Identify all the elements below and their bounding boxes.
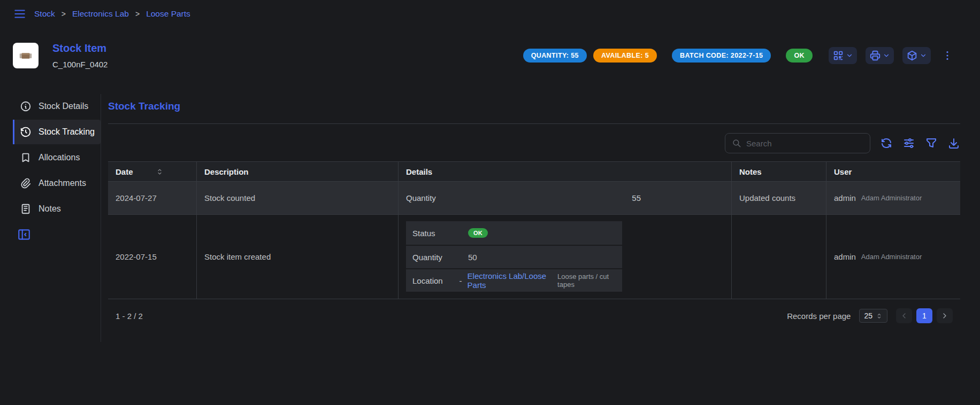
cell-details: Quantity 55 xyxy=(399,182,732,214)
page-size-select[interactable]: 25 xyxy=(859,309,887,323)
stock-item-page: { "topbar": { "separator": ">", "breadcr… xyxy=(0,0,980,405)
chevron-down-icon xyxy=(883,52,890,59)
table-toolbar xyxy=(108,133,960,154)
available-badge: AVAILABLE: 5 xyxy=(593,49,657,63)
sidebar-item-label: Attachments xyxy=(39,178,86,188)
refresh-button[interactable] xyxy=(880,137,893,150)
column-header-details[interactable]: Details xyxy=(399,162,732,181)
cell-user: admin Adam Administrator xyxy=(826,215,960,299)
sidebar-item-stock-tracking[interactable]: Stock Tracking xyxy=(13,120,101,144)
sidebar-item-label: Allocations xyxy=(39,153,80,162)
status-badges: QUANTITY: 55 AVAILABLE: 5 BATCH CODE: 20… xyxy=(523,49,813,63)
detail-value: 55 xyxy=(549,193,724,203)
sidebar-collapse-icon xyxy=(17,228,31,242)
table-header-row: Date Description Details Notes User xyxy=(108,161,960,182)
stock-tracking-table: Date Description Details Notes User 2024… xyxy=(108,161,960,332)
sidebar-item-notes[interactable]: Notes xyxy=(13,197,101,221)
barcode-actions-button[interactable] xyxy=(829,47,857,64)
dots-vertical-icon xyxy=(941,50,953,61)
detail-key: Quantity xyxy=(412,253,468,262)
column-header-notes[interactable]: Notes xyxy=(732,162,826,181)
chevron-down-icon xyxy=(920,52,927,59)
cell-date: 2022-07-15 xyxy=(108,215,197,299)
cell-details: Status OK Quantity 50 Location - Electro… xyxy=(399,215,732,299)
previous-page-button[interactable] xyxy=(896,308,912,323)
column-header-date[interactable]: Date xyxy=(108,162,197,181)
cell-description: Stock counted xyxy=(197,182,399,214)
breadcrumb: Stock > Electronics Lab > Loose Parts xyxy=(34,9,190,19)
sidebar-item-label: Stock Tracking xyxy=(39,127,95,137)
sidebar-divider xyxy=(101,94,101,342)
breadcrumb-loose-parts[interactable]: Loose Parts xyxy=(146,9,190,19)
page-header: Stock Item C_100nF_0402 QUANTITY: 55 AVA… xyxy=(0,28,980,83)
user-fullname: Adam Administrator xyxy=(861,194,922,202)
cell-user: admin Adam Administrator xyxy=(826,182,960,214)
adjustments-icon xyxy=(902,137,915,150)
record-range: 1 - 2 / 2 xyxy=(116,311,143,321)
search-box xyxy=(725,133,870,153)
cell-notes xyxy=(732,215,826,299)
column-settings-button[interactable] xyxy=(902,137,915,150)
user-fullname: Adam Administrator xyxy=(861,253,922,261)
breadcrumb-electronics-lab[interactable]: Electronics Lab xyxy=(72,9,129,19)
details-subtable: Status OK Quantity 50 Location - Electro… xyxy=(406,221,622,292)
batch-code-badge: BATCH CODE: 2022-7-15 xyxy=(672,49,771,63)
sidebar-item-label: Stock Details xyxy=(39,102,88,111)
page-number-button[interactable]: 1 xyxy=(916,308,932,323)
cell-description: Stock item created xyxy=(197,215,399,299)
page-title: Stock Item xyxy=(52,42,108,54)
username: admin xyxy=(834,252,856,261)
table-row[interactable]: 2022-07-15 Stock item created Status OK … xyxy=(108,215,960,299)
table-footer: 1 - 2 / 2 Records per page 25 1 xyxy=(108,299,960,332)
panel-divider xyxy=(108,123,960,124)
more-options-button[interactable] xyxy=(939,48,955,64)
location-prefix: - xyxy=(460,276,462,285)
download-button[interactable] xyxy=(947,137,960,150)
filter-button[interactable] xyxy=(925,137,938,150)
chevron-down-icon xyxy=(846,52,853,59)
top-navigation-bar: Stock > Electronics Lab > Loose Parts xyxy=(0,0,980,28)
sidebar-collapse-button[interactable] xyxy=(13,228,36,242)
detail-value: 50 xyxy=(468,253,477,262)
sidebar-item-attachments[interactable]: Attachments xyxy=(13,171,101,196)
sidebar: Stock Details Stock Tracking Allocations… xyxy=(13,94,101,242)
location-detail: Loose parts / cut tapes xyxy=(557,272,616,289)
column-header-user[interactable]: User xyxy=(826,162,960,181)
next-page-button[interactable] xyxy=(937,308,953,323)
pagination: 1 xyxy=(896,308,953,323)
packages-icon xyxy=(906,50,918,61)
refresh-icon xyxy=(880,137,893,150)
hamburger-menu-icon[interactable] xyxy=(13,7,27,21)
bookmark-icon xyxy=(20,152,32,163)
location-link[interactable]: Electronics Lab/Loose Parts xyxy=(468,271,550,290)
cell-date: 2024-07-27 xyxy=(108,182,197,214)
column-header-description[interactable]: Description xyxy=(197,162,399,181)
breadcrumb-stock[interactable]: Stock xyxy=(34,9,55,19)
breadcrumb-separator: > xyxy=(135,10,140,18)
page-size-value: 25 xyxy=(864,311,872,320)
capacitor-image xyxy=(18,48,34,64)
info-circle-icon xyxy=(20,100,32,112)
search-input[interactable] xyxy=(746,139,863,148)
part-thumbnail[interactable] xyxy=(13,43,39,68)
cell-notes: Updated counts xyxy=(732,182,826,214)
sidebar-item-allocations[interactable]: Allocations xyxy=(13,145,101,170)
printer-icon xyxy=(869,50,881,61)
history-icon xyxy=(20,126,32,138)
qr-code-icon xyxy=(832,50,844,61)
status-ok-chip: OK xyxy=(468,228,488,238)
paperclip-icon xyxy=(20,177,32,189)
sidebar-item-stock-details[interactable]: Stock Details xyxy=(13,94,101,119)
detail-row-location: Location - Electronics Lab/Loose Parts L… xyxy=(406,268,622,292)
table-row[interactable]: 2024-07-27 Stock counted Quantity 55 Upd… xyxy=(108,182,960,215)
header-actions xyxy=(829,47,955,64)
stock-actions-button[interactable] xyxy=(902,47,931,64)
part-name: C_100nF_0402 xyxy=(52,60,108,69)
sort-icon xyxy=(156,168,164,176)
sidebar-item-label: Notes xyxy=(39,204,61,214)
breadcrumb-separator: > xyxy=(62,10,66,18)
detail-row-status: Status OK xyxy=(406,221,622,245)
selector-icon xyxy=(876,313,883,320)
detail-key: Quantity xyxy=(406,193,549,203)
print-actions-button[interactable] xyxy=(866,47,894,64)
